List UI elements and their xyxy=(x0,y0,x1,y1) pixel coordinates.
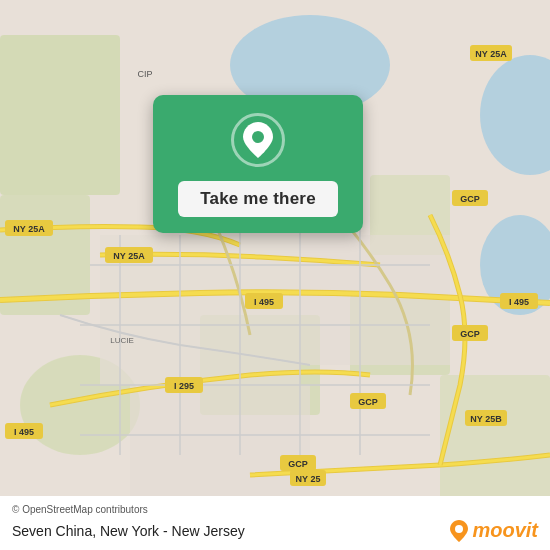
bottom-bar: © OpenStreetMap contributors Seven China… xyxy=(0,496,550,550)
svg-text:NY 25A: NY 25A xyxy=(13,224,45,234)
attribution-text: © OpenStreetMap contributors xyxy=(12,504,538,515)
map-svg: NY 25A NY 25A I 495 I 495 I 495 I 295 GC… xyxy=(0,0,550,550)
svg-text:I 495: I 495 xyxy=(14,427,34,437)
moovit-pin-icon xyxy=(450,520,468,542)
location-name: Seven China, New York - New Jersey xyxy=(12,523,245,539)
svg-text:GCP: GCP xyxy=(358,397,378,407)
svg-rect-11 xyxy=(300,235,450,365)
svg-text:NY 25B: NY 25B xyxy=(470,414,502,424)
svg-point-50 xyxy=(252,131,264,143)
moovit-text: moovit xyxy=(472,519,538,542)
svg-text:LUCIE: LUCIE xyxy=(110,336,134,345)
svg-text:NY 25: NY 25 xyxy=(296,474,321,484)
svg-text:I 295: I 295 xyxy=(174,381,194,391)
svg-text:CIP: CIP xyxy=(137,69,152,79)
svg-text:GCP: GCP xyxy=(460,329,480,339)
take-me-there-button[interactable]: Take me there xyxy=(178,181,338,217)
svg-point-51 xyxy=(455,525,463,533)
svg-text:I 495: I 495 xyxy=(254,297,274,307)
svg-point-1 xyxy=(480,55,550,175)
location-card: Take me there xyxy=(153,95,363,233)
svg-text:NY 25A: NY 25A xyxy=(475,49,507,59)
map-container: NY 25A NY 25A I 495 I 495 I 495 I 295 GC… xyxy=(0,0,550,550)
location-pin-icon xyxy=(243,122,273,158)
svg-rect-3 xyxy=(0,35,120,195)
svg-text:GCP: GCP xyxy=(288,459,308,469)
svg-text:GCP: GCP xyxy=(460,194,480,204)
svg-text:NY 25A: NY 25A xyxy=(113,251,145,261)
location-info-row: Seven China, New York - New Jersey moovi… xyxy=(12,519,538,542)
location-icon-wrapper xyxy=(231,113,285,167)
moovit-logo: moovit xyxy=(450,519,538,542)
svg-text:I 495: I 495 xyxy=(509,297,529,307)
